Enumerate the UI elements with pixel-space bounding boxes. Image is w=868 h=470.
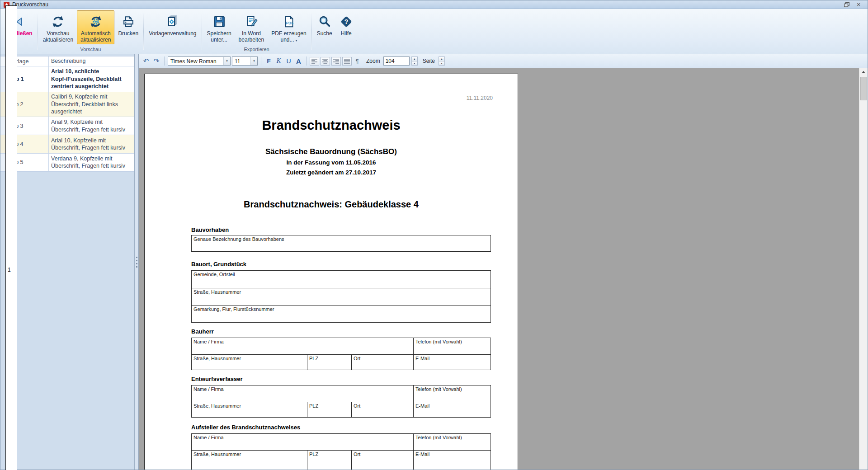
preview-canvas: 11.11.2020 Brandschutznachweis Sächsisch… bbox=[139, 68, 859, 470]
zoom-input[interactable]: 104 bbox=[383, 56, 410, 66]
align-center-button[interactable] bbox=[321, 57, 330, 66]
template-table-header: Vorlage Beschreibung bbox=[0, 56, 134, 66]
templates-stack-icon bbox=[165, 13, 180, 30]
search-icon bbox=[318, 13, 331, 30]
document-law-line: Sächsische Bauordnung (SächsBO) bbox=[145, 147, 518, 156]
svg-text:PDF: PDF bbox=[286, 21, 293, 25]
field-row: Gemarkung, Flur, Flurstücksnummer bbox=[192, 305, 491, 322]
field-row: Gemeinde, Ortsteil bbox=[192, 271, 491, 288]
ribbon: Schließen Vorschau aktualisieren bbox=[0, 9, 868, 54]
word-edit-pencil-icon bbox=[245, 13, 258, 30]
column-header-beschreibung[interactable]: Beschreibung bbox=[49, 56, 134, 66]
underline-button[interactable]: U bbox=[284, 56, 293, 66]
help-icon: ? bbox=[340, 13, 353, 30]
document-title: Brandschutznachweis bbox=[145, 118, 518, 133]
chevron-down-icon[interactable]: ▾ bbox=[250, 57, 257, 65]
aufsteller-table: Name / Firma Telefon (mit Vorwahl) Straß… bbox=[191, 433, 491, 470]
chevron-down-icon[interactable]: ▾ bbox=[223, 57, 230, 65]
printer-icon bbox=[122, 13, 135, 30]
ribbon-separator bbox=[311, 13, 312, 50]
hilfe-button[interactable]: ? Hilfe bbox=[336, 10, 357, 38]
ribbon-separator bbox=[143, 13, 144, 50]
titlebar: Druckvorschau ✕ bbox=[0, 0, 868, 9]
section-label-entwurfsverfasser: Entwurfsverfasser bbox=[191, 376, 242, 382]
spinner-up-icon: ▲ bbox=[411, 56, 418, 61]
document-amended-line: Zuletzt geändert am 27.10.2017 bbox=[145, 169, 518, 176]
splitter-grip-icon bbox=[136, 257, 137, 268]
section-label-bauherr: Bauherr bbox=[191, 328, 214, 335]
bauherr-table: Name / Firma Telefon (mit Vorwahl) Straß… bbox=[191, 338, 491, 370]
close-window-button[interactable]: ✕ bbox=[853, 1, 864, 8]
align-right-icon bbox=[333, 59, 339, 64]
font-color-button[interactable]: A bbox=[294, 56, 303, 66]
align-left-button[interactable] bbox=[310, 57, 319, 66]
save-floppy-icon bbox=[212, 13, 226, 30]
refresh-icon bbox=[51, 13, 65, 30]
align-justify-icon bbox=[344, 59, 350, 64]
speichern-unter-button[interactable]: Speichern unter... bbox=[203, 10, 235, 44]
align-right-button[interactable] bbox=[331, 57, 341, 66]
page-input[interactable]: 1 bbox=[5, 5, 17, 470]
vorlagenverwaltung-button[interactable]: Vorlagenverwaltung bbox=[145, 10, 200, 38]
preview-content: ↶ ↷ Times New Roman ▾ 11 ▾ F K U A bbox=[139, 54, 868, 470]
print-preview-window: Druckvorschau ✕ Schließen bbox=[0, 0, 868, 470]
ribbon-group-vorschau: Vorschau aktualisieren Automatisch aktua… bbox=[39, 10, 142, 54]
template-sidebar: Vorlage Beschreibung Typ 1 Arial 10, sch… bbox=[0, 54, 135, 470]
page-label: Seite bbox=[423, 58, 435, 64]
pdf-document-icon: PDF bbox=[282, 13, 296, 30]
field-label: Genaue Bezeichnung des Bauvorhabens bbox=[192, 235, 491, 243]
scroll-up-arrow-icon bbox=[862, 71, 865, 73]
pdf-dropdown-arrow-icon: ▾ bbox=[295, 38, 297, 42]
section-label-bauort: Bauort, Grundstück bbox=[191, 261, 246, 268]
drucken-button[interactable]: Drucken bbox=[114, 10, 142, 38]
ribbon-separator bbox=[202, 13, 202, 50]
vertical-scrollbar[interactable] bbox=[859, 68, 868, 470]
pdf-erzeugen-button[interactable]: PDF PDF erzeugen und...▾ bbox=[268, 10, 310, 45]
align-left-icon bbox=[311, 59, 317, 64]
bold-button[interactable]: F bbox=[264, 56, 273, 66]
spinner-up-icon: ▲ bbox=[439, 56, 445, 61]
entwurfsverfasser-table: Name / Firma Telefon (mit Vorwahl) Straß… bbox=[191, 385, 491, 418]
document-page: 11.11.2020 Brandschutznachweis Sächsisch… bbox=[144, 74, 518, 470]
spinner-down-icon: ▼ bbox=[411, 61, 418, 66]
redo-icon[interactable]: ↷ bbox=[152, 56, 161, 66]
window-title: Druckvorschau bbox=[12, 1, 841, 8]
bauort-box: Gemeinde, Ortsteil Straße, Hausnummer Ge… bbox=[191, 270, 491, 323]
template-row-typ3[interactable]: Typ 3 Arial 9, Kopfzeile mit Überschrift… bbox=[0, 117, 134, 135]
in-word-bearbeiten-button[interactable]: In Word bearbeiten bbox=[235, 10, 268, 44]
vorschau-aktualisieren-button[interactable]: Vorschau aktualisieren bbox=[39, 10, 77, 44]
sidebar-splitter[interactable] bbox=[135, 54, 139, 470]
template-row-typ2[interactable]: Typ 2 Calibri 9, Kopfzeile mit Überschri… bbox=[0, 92, 134, 117]
page-stepper[interactable]: ▲ ▼ bbox=[439, 56, 445, 66]
spinner-down-icon: ▼ bbox=[439, 61, 445, 66]
ribbon-group-label-vorschau: Vorschau bbox=[39, 47, 142, 54]
ribbon-group-label-exportieren: Exportieren bbox=[203, 47, 310, 54]
ribbon-group-exportieren: Speichern unter... In Word bearbeiten PD… bbox=[203, 10, 310, 54]
undo-icon[interactable]: ↶ bbox=[142, 56, 151, 66]
template-row-typ1[interactable]: Typ 1 Arial 10, schlichte Kopf-/Fusszeil… bbox=[0, 66, 134, 92]
template-row-typ4[interactable]: Typ 4 Arial 10, Kopfzeile mit Überschrif… bbox=[0, 135, 134, 154]
template-table: Vorlage Beschreibung Typ 1 Arial 10, sch… bbox=[0, 56, 134, 172]
ribbon-group-help: Suche ? Hilfe bbox=[313, 10, 357, 54]
automatisch-aktualisieren-button[interactable]: Automatisch aktualisieren bbox=[77, 10, 114, 44]
document-date: 11.11.2020 bbox=[467, 95, 493, 101]
scroll-up-button[interactable] bbox=[859, 68, 868, 76]
scrollbar-thumb[interactable] bbox=[860, 77, 867, 100]
section-label-bauvorhaben: Bauvorhaben bbox=[191, 226, 229, 233]
align-center-icon bbox=[322, 59, 328, 64]
zoom-label: Zoom bbox=[366, 58, 380, 64]
align-justify-button[interactable] bbox=[342, 57, 352, 66]
formatting-marks-button[interactable]: ¶ bbox=[353, 58, 361, 65]
italic-button[interactable]: K bbox=[274, 56, 283, 66]
format-toolbar: ↶ ↷ Times New Roman ▾ 11 ▾ F K U A bbox=[139, 54, 868, 68]
document-version-line: In der Fassung vom 11.05.2016 bbox=[145, 159, 518, 166]
document-heading: Brandschutznachweis: Gebäudeklasse 4 bbox=[145, 199, 518, 210]
field-row: Straße, Hausnummer bbox=[192, 288, 491, 305]
template-row-typ5[interactable]: Typ 5 Verdana 9, Kopfzeile mit Überschri… bbox=[0, 154, 134, 171]
restore-window-button[interactable] bbox=[841, 1, 853, 8]
suche-button[interactable]: Suche bbox=[313, 10, 336, 38]
font-family-select[interactable]: Times New Roman ▾ bbox=[168, 56, 231, 66]
font-size-select[interactable]: 11 ▾ bbox=[232, 56, 258, 66]
zoom-stepper[interactable]: ▲ ▼ bbox=[411, 56, 418, 66]
section-label-aufsteller: Aufsteller des Brandschutznachweises bbox=[191, 424, 300, 431]
